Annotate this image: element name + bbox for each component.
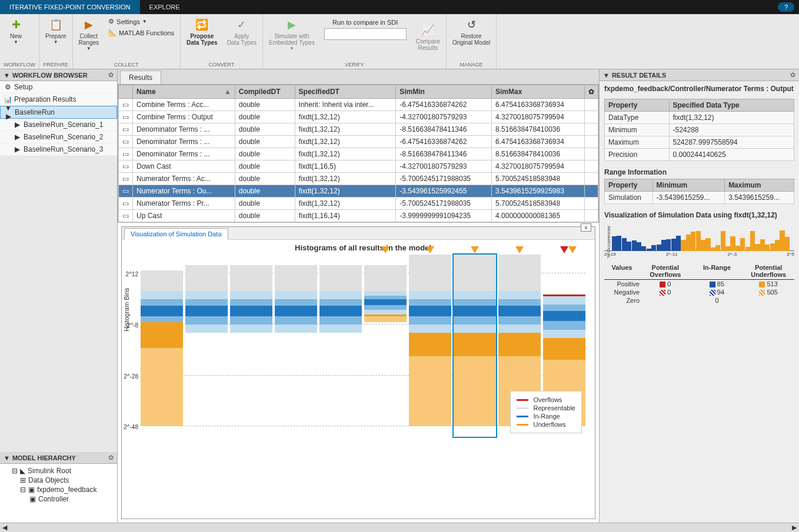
ribbon: ✚ New ▼ WORKFLOW 📋 Prepare ▼ PREPARE ▶ C… (0, 14, 799, 69)
table-row[interactable]: ▭Denominator Terms : ...doublefixdt(1,32… (119, 123, 598, 136)
tab-results[interactable]: Results (120, 71, 161, 84)
range-info-table: PropertyMinimumMaximum Simulation-3.5439… (604, 179, 794, 204)
table-row[interactable]: ▭Down Castdoublefixdt(1,16,5)-4.32700180… (119, 160, 598, 173)
values-negative: Negative 0 94 505 (604, 288, 794, 296)
col-name[interactable]: Name▲ (133, 85, 235, 99)
settings-button[interactable]: ⚙ Settings ▼ (106, 16, 177, 26)
apply-data-types-button[interactable]: ✓ Apply Data Types (225, 16, 259, 47)
table-row[interactable]: ▭Numerator Terms : Pr...doublefixdt(1,32… (119, 198, 598, 210)
histogram-column[interactable] (275, 255, 317, 437)
workflow-scenario-2[interactable]: ▶BaselineRun_Scenario_2 (0, 131, 117, 143)
help-button[interactable]: ? (778, 2, 794, 12)
workflow-scenario-3[interactable]: ▶BaselineRun_Scenario_3 (0, 143, 117, 156)
table-row[interactable]: ▭Denominator Terms : ...doublefixdt(1,32… (119, 136, 598, 148)
block-icon: ▣ (29, 495, 36, 503)
results-icon: 📊 (4, 95, 12, 103)
mini-histogram: % Occurrences 2^-192^-112^-32^5 (604, 222, 794, 257)
restore-model-button[interactable]: ↺ Restore Original Model (450, 16, 492, 47)
manage-group-label: MANAGE (450, 62, 492, 68)
spec-data-type-table: PropertySpecified Data Type DataTypefixd… (604, 99, 794, 161)
convert-group-label: CONVERT (184, 62, 259, 68)
result-details-header: ▼RESULT DETAILS ✿ (600, 69, 799, 81)
table-row[interactable]: ▭Denominator Terms : ...doublefixdt(1,32… (119, 148, 598, 160)
workflow-scenario-1[interactable]: ▶BaselineRun_Scenario_1 (0, 119, 117, 131)
table-row[interactable]: ▭Numerator Terms : Ac...doublefixdt(1,32… (119, 173, 598, 185)
prepare-button[interactable]: 📋 Prepare ▼ (43, 16, 69, 46)
tree-simulink-root[interactable]: ⊟◣Simulink Root (2, 466, 115, 476)
scroll-left-icon[interactable]: ◀ (2, 524, 7, 531)
histogram-column[interactable] (409, 255, 451, 437)
col-simmax[interactable]: SimMax (492, 85, 585, 99)
matlab-icon: 📐 (108, 29, 116, 36)
collect-icon: ▶ (82, 18, 96, 32)
apply-icon: ✓ (235, 18, 249, 32)
result-path: fxpdemo_feedback/Controller/Numerator Te… (604, 85, 794, 93)
new-button[interactable]: ✚ New ▼ (4, 16, 28, 46)
col-compileddt[interactable]: CompiledDT (235, 85, 295, 99)
col-simmin[interactable]: SimMin (396, 85, 492, 99)
simulink-icon: ◣ (20, 467, 25, 475)
scroll-right-icon[interactable]: ▶ (792, 524, 797, 531)
range-info-heading: Range Information (604, 168, 794, 176)
col-add[interactable]: ✿ (585, 85, 598, 99)
tree-data-objects[interactable]: ⊞Data Objects (2, 476, 115, 485)
viz-section-heading: Visualization of Simulation Data using f… (604, 211, 794, 219)
collect-group-label: COLLECT (76, 62, 177, 68)
workflow-setup[interactable]: ⚙Setup (0, 81, 117, 93)
scenario-icon: ▶ (13, 145, 21, 153)
tab-explore[interactable]: EXPLORE (140, 0, 189, 14)
run-compare-label: Run to compare in SDI (332, 19, 398, 26)
table-row[interactable]: ▭Up Castdoublefixdt(1,16,14)-3.999999999… (119, 210, 598, 222)
propose-data-types-button[interactable]: 🔁 Propose Data Types (184, 16, 220, 47)
model-hierarchy-header: ▼MODEL HIERARCHY ✿ (0, 452, 117, 464)
tree-controller[interactable]: ▣Controller (2, 494, 115, 504)
histogram-column[interactable] (230, 255, 272, 437)
scenario-icon: ▶ (13, 121, 21, 129)
plus-icon: ✚ (9, 18, 23, 32)
results-table: Name▲ CompiledDT SpecifiedDT SimMin SimM… (118, 85, 598, 222)
histogram-column[interactable] (141, 255, 183, 437)
table-row[interactable]: ▭Combine Terms : Outputdoublefixdt(1,32,… (119, 111, 598, 123)
prepare-group-label: PREPARE (43, 62, 69, 68)
histogram-chart: Histogram Bins 2^12 2^-8 2^-28 2^-48 Ove… (141, 255, 585, 437)
table-row[interactable]: ▭Combine Terms : Acc...doubleInherit: In… (119, 99, 598, 111)
legend-toggle-icon[interactable]: ≡ (581, 223, 591, 232)
run-compare-dropdown[interactable] (324, 28, 407, 40)
prepare-icon: 📋 (49, 18, 63, 32)
gear-icon: ⚙ (108, 18, 114, 25)
propose-icon: 🔁 (195, 18, 209, 32)
histogram-column[interactable] (454, 255, 496, 437)
gear-icon[interactable]: ✿ (108, 71, 114, 79)
simulate-embedded-button[interactable]: ▶ Simulate with Embedded Types ▼ (267, 16, 317, 52)
table-row[interactable]: ▭Numerator Terms : Ou...doublefixdt(1,32… (119, 185, 598, 198)
values-header: ValuesPotential OverflowsIn-RangePotenti… (604, 263, 794, 280)
setup-icon: ⚙ (4, 83, 12, 91)
tree-fxpdemo[interactable]: ⊟▣fxpdemo_feedback (2, 485, 115, 494)
dataobj-icon: ⊞ (20, 476, 26, 484)
workflow-browser-header: ▼WORKFLOW BROWSER ✿ (0, 69, 117, 81)
viz-legend: Overflows Representable In-Range Underfl… (510, 391, 582, 433)
compare-icon: 📈 (421, 23, 435, 37)
tab-visualization[interactable]: Visualization of Simulation Data (124, 228, 228, 240)
workflow-group-label: WORKFLOW (4, 62, 35, 68)
run-icon: ▼ ▶ (4, 104, 12, 121)
matlab-functions-button[interactable]: 📐 MATLAB Functions (106, 28, 177, 38)
col-specifieddt[interactable]: SpecifiedDT (295, 85, 396, 99)
scenario-icon: ▶ (13, 133, 21, 141)
workflow-baselinerun[interactable]: ▼ ▶BaselineRun (0, 106, 117, 119)
gear-icon[interactable]: ✿ (790, 71, 795, 79)
collect-ranges-button[interactable]: ▶ Collect Ranges ▼ (76, 16, 101, 52)
model-icon: ▣ (28, 486, 35, 494)
compare-results-button[interactable]: 📈 Compare Results (414, 16, 442, 52)
gear-icon[interactable]: ✿ (108, 454, 114, 461)
restore-icon: ↺ (464, 18, 478, 32)
histogram-column[interactable] (364, 255, 407, 437)
histogram-column[interactable] (319, 255, 362, 437)
histogram-column[interactable] (185, 255, 228, 437)
verify-group-label: VERIFY (267, 62, 442, 68)
tab-iterative-conversion[interactable]: ITERATIVE FIXED-POINT CONVERSION (0, 0, 140, 14)
status-bar: ◀ ▶ (0, 523, 799, 532)
play-icon: ▶ (285, 18, 299, 32)
workflow-prep-results[interactable]: 📊Preparation Results (0, 93, 117, 106)
values-zero: Zero 0 (604, 296, 794, 305)
